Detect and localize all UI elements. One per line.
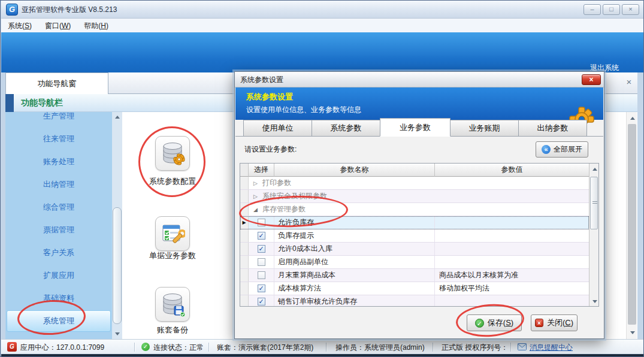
param-row[interactable]: ✓销售订单审核允许负库存 [240,295,589,306]
status-operator: 操作员：系统管理员(admin) [335,343,425,353]
param-checkbox[interactable] [258,258,265,266]
nav-bar-title: 功能导航栏 [21,98,63,108]
status-app-center: 应用中心：127.0.0.1:7099 [20,343,104,353]
main-scrollbar[interactable] [626,112,637,339]
param-row[interactable]: ✓负库存提示 [240,229,589,243]
row-marker: ▶ [240,216,249,229]
param-value [435,243,589,255]
param-row[interactable]: ✓允许0成本出入库 [240,243,589,256]
row-marker [240,282,249,295]
param-checkbox[interactable] [258,271,265,279]
dialog-close-action-button[interactable]: × 关闭(C) [531,314,578,331]
sidebar-item[interactable]: 票据管理 [5,219,112,241]
shortcut-doc-params-button[interactable] [155,216,190,251]
tab-function-navigation[interactable]: 功能导航窗 [5,72,108,94]
param-row[interactable]: ▶允许负库存 [240,216,589,229]
sidebar-item[interactable]: 基础资料 [5,287,112,310]
param-checkbox[interactable]: ✓ [258,232,265,240]
dialog-tab[interactable]: 使用单位 [243,120,312,137]
dialog-close-button[interactable]: × [582,74,601,85]
param-value [435,295,589,306]
param-value: 移动加权平均法 [435,282,589,295]
minimize-button[interactable]: – [583,4,601,15]
dialog-title-bar: 系统参数设置 × [235,72,604,87]
message-center-link[interactable]: 消息提醒中心 [530,343,573,353]
scroll-down-icon[interactable] [627,328,637,338]
save-button[interactable]: ✓ 保存(S) [467,314,522,331]
dialog-banner-title: 系统参数设置 [246,92,293,102]
expand-all-label: 全部展开 [554,144,582,155]
param-checkbox[interactable] [258,219,265,226]
sidebar-item[interactable]: 系统管理 [7,310,111,332]
row-marker [240,256,249,268]
expanded-icon[interactable]: ◢ [253,207,258,213]
dialog-tab[interactable]: 业务账期 [450,120,519,137]
dialog-tab[interactable]: 出纳参数 [518,120,587,137]
x-square-icon: × [535,319,543,327]
scrollbar-thumb[interactable] [113,207,122,324]
param-checkbox[interactable]: ✓ [258,245,265,253]
scroll-up-icon[interactable] [112,112,122,122]
maximize-button[interactable]: □ [603,4,620,15]
param-table-header: 选择 参数名称 参数值 [240,164,589,177]
param-group-row[interactable]: ◢库存管理参数 [240,203,589,216]
app-logo-icon: G [6,4,18,16]
dialog-tab[interactable]: 业务参数 [380,118,451,137]
row-marker [240,203,249,216]
row-marker [240,190,249,202]
header-param-value: 参数值 [435,164,589,177]
sidebar: 生产管理往来管理账务处理出纳管理综合管理票据管理客户关系扩展应用基础资料系统管理 [5,112,112,339]
scroll-down-icon[interactable] [589,297,600,307]
group-name: 打印参数 [262,178,291,188]
status-divider [510,343,511,352]
status-logo-icon: G [7,342,17,352]
status-connection: 连接状态：正常 [153,343,204,353]
shortcut-backup-button[interactable] [155,287,190,322]
dialog-tab[interactable]: 系统参数 [312,120,380,137]
scroll-down-icon[interactable] [112,329,122,339]
sidebar-item[interactable]: 扩展应用 [5,264,112,287]
app-window: G 亚拓管理软件专业版 V8.5.213 – □ × 系统(S)窗口(W)帮助(… [0,0,644,357]
shortcut-system-params-button[interactable] [155,136,190,171]
menu-bar: 系统(S)窗口(W)帮助(H) [1,19,644,32]
header-param-name: 参数名称 [274,164,435,177]
sidebar-item[interactable]: 往来管理 [5,128,112,150]
table-scrollbar[interactable] [589,164,598,306]
sidebar-item[interactable]: 生产管理 [5,112,112,128]
param-value [435,229,589,242]
tab-close-icon[interactable]: × [624,77,634,87]
window-title: 亚拓管理软件专业版 V8.5.213 [22,5,117,15]
sidebar-item[interactable]: 出纳管理 [5,173,112,196]
scrollbar-thumb[interactable] [628,124,636,325]
scrollbar-thumb[interactable] [590,177,598,229]
param-row[interactable]: 月末重算商品成本商品成本以月末核算为准 [240,269,589,282]
scroll-up-icon[interactable] [627,113,637,123]
database-gear-icon [160,141,185,166]
param-group-row[interactable]: ▷系统安全及权限参数 [240,190,589,203]
scroll-up-icon[interactable] [589,164,600,174]
status-account: 账套：演示账套(2017年第2期) [217,343,313,353]
param-row[interactable]: ✓成本核算方法移动加权平均法 [240,282,589,295]
menu-item[interactable]: 窗口(W) [38,19,77,31]
expand-all-button[interactable]: « 全部展开 [536,141,588,158]
menu-item[interactable]: 系统(S) [1,19,38,31]
param-checkbox[interactable]: ✓ [258,285,265,292]
shortcut-doc-params-label: 单据业务参数 [131,250,214,261]
header-marker-cell [240,164,249,177]
collapsed-icon[interactable]: ▷ [253,180,258,186]
collapsed-icon[interactable]: ▷ [253,193,258,199]
menu-item[interactable]: 帮助(H) [77,19,115,31]
close-button[interactable]: × [622,4,639,15]
param-row[interactable]: 启用商品副单位 [240,256,589,269]
system-params-dialog: 系统参数设置 × 系统参数设置 设置使用单位信息、业务参数等信息 使用单位系统参… [234,71,604,339]
param-name: 负库存提示 [274,229,435,242]
param-group-row[interactable]: ▷打印参数 [240,177,589,190]
param-checkbox[interactable]: ✓ [258,298,265,305]
row-marker [240,229,249,242]
param-table: 选择 参数名称 参数值 ▷打印参数▷系统安全及权限参数◢库存管理参数▶允许负库存… [240,163,599,307]
sidebar-item[interactable]: 账务处理 [5,150,112,173]
sidebar-item[interactable]: 综合管理 [5,196,112,219]
row-marker [240,177,249,189]
sidebar-scrollbar[interactable] [112,112,122,339]
sidebar-item[interactable]: 客户关系 [5,241,112,264]
